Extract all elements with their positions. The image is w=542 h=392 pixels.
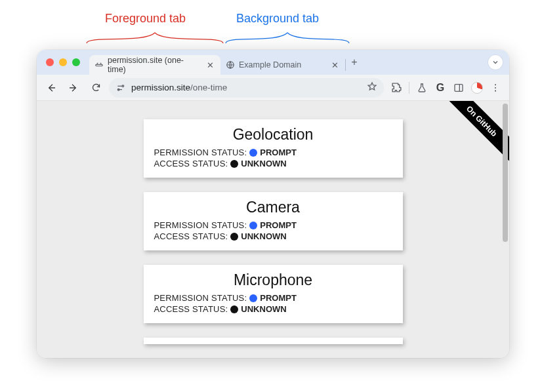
tab-inactive-close-icon[interactable]: ✕ (330, 60, 340, 70)
annotation-background-label: Background tab (236, 12, 319, 26)
permission-status-value: PROMPT (260, 147, 297, 157)
labs-flask-icon[interactable] (416, 82, 428, 94)
browser-window: permission.site (one-time) ✕ Example Dom… (37, 50, 509, 358)
window-minimize-button[interactable] (59, 58, 67, 66)
permission-status-label: PERMISSION STATUS: (154, 147, 247, 157)
site-settings-icon[interactable] (115, 83, 126, 93)
scrollbar-thumb[interactable] (503, 104, 508, 242)
annotation-foreground-brace (85, 30, 224, 49)
tab-active[interactable]: permission.site (one-time) ✕ (89, 55, 220, 75)
window-zoom-button[interactable] (72, 58, 80, 66)
tab-strip: permission.site (one-time) ✕ Example Dom… (37, 50, 509, 75)
url-path: /one-time (190, 83, 227, 92)
status-dot-prompt-icon (249, 222, 257, 229)
new-tab-button[interactable]: + (346, 54, 363, 71)
svg-rect-0 (96, 64, 103, 66)
globe-icon (226, 60, 235, 69)
profile-avatar-icon[interactable] (471, 82, 483, 94)
card-microphone-title: Microphone (154, 271, 392, 289)
scrollbar[interactable] (503, 104, 508, 355)
permission-status-value: PROMPT (260, 293, 297, 303)
bookmark-star-icon[interactable] (367, 81, 377, 94)
status-dot-unknown-icon (230, 160, 238, 168)
overflow-menu-icon[interactable] (490, 82, 501, 94)
status-dot-unknown-icon (230, 233, 238, 241)
access-status-label: ACCESS STATUS: (154, 159, 228, 168)
status-dot-prompt-icon (249, 149, 257, 157)
svg-point-5 (495, 84, 496, 85)
card-microphone: Microphone PERMISSION STATUS: PROMPT ACC… (144, 265, 403, 323)
tab-inactive[interactable]: Example Domain ✕ (220, 55, 345, 75)
url-host: permission.site (131, 83, 190, 92)
card-camera-title: Camera (154, 199, 392, 216)
card-geolocation: Geolocation PERMISSION STATUS: PROMPT AC… (144, 119, 403, 178)
tab-active-title: permission.site (one-time) (108, 56, 201, 74)
window-close-button[interactable] (46, 58, 54, 66)
permission-status-label: PERMISSION STATUS: (154, 293, 247, 303)
card-geolocation-title: Geolocation (154, 126, 392, 144)
svg-point-2 (122, 85, 124, 87)
address-bar[interactable]: permission.site/one-time (109, 78, 384, 98)
access-status-label: ACCESS STATUS: (154, 231, 228, 241)
card-camera: Camera PERMISSION STATUS: PROMPT ACCESS … (144, 192, 403, 250)
svg-point-7 (495, 90, 496, 91)
tab-dropdown-button[interactable] (488, 55, 503, 69)
permission-status-label: PERMISSION STATUS: (154, 220, 247, 230)
tab-active-close-icon[interactable]: ✕ (205, 60, 215, 70)
window-controls (46, 58, 80, 66)
annotation-background-brace (224, 30, 350, 49)
permission-status-value: PROMPT (260, 220, 297, 230)
card-next-peek (144, 338, 403, 344)
page-viewport: On GitHub Geolocation PERMISSION STATUS:… (37, 101, 509, 358)
toolbar-separator (409, 82, 409, 94)
status-dot-prompt-icon (249, 294, 257, 302)
toolbar: permission.site/one-time G (37, 75, 509, 101)
address-bar-url: permission.site/one-time (131, 83, 362, 92)
status-dot-unknown-icon (230, 305, 238, 313)
extension-icons: G (390, 82, 501, 94)
reload-button[interactable] (87, 79, 105, 97)
forward-button[interactable] (64, 79, 83, 97)
annotation-foreground-label: Foreground tab (105, 12, 186, 26)
tab-active-favicon-icon (94, 60, 104, 69)
tab-inactive-title: Example Domain (239, 60, 301, 69)
back-button[interactable] (42, 79, 60, 97)
access-status-label: ACCESS STATUS: (154, 304, 228, 314)
access-status-value: UNKNOWN (241, 231, 286, 241)
svg-point-6 (495, 87, 496, 88)
google-g-icon[interactable]: G (434, 82, 446, 94)
access-status-value: UNKNOWN (241, 304, 286, 314)
extensions-puzzle-icon[interactable] (390, 82, 402, 94)
access-status-value: UNKNOWN (241, 159, 286, 168)
side-panel-icon[interactable] (453, 82, 465, 94)
svg-rect-4 (455, 84, 463, 91)
